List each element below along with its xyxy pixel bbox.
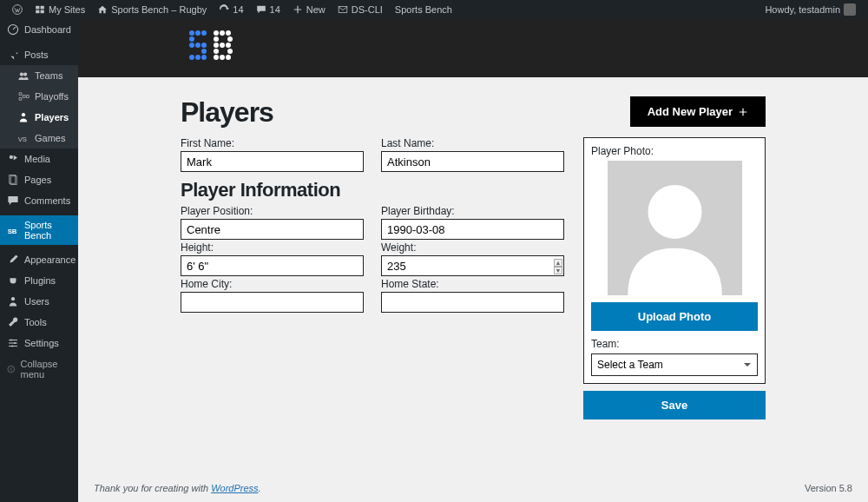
- svg-point-42: [220, 55, 225, 60]
- submenu-games[interactable]: VSGames: [0, 128, 78, 149]
- menu-tools[interactable]: Tools: [0, 312, 78, 333]
- section-player-info: Player Information: [181, 179, 564, 201]
- weight-input[interactable]: [381, 255, 564, 276]
- collapse-icon: [7, 364, 16, 374]
- player-form: First Name: Last Name: Player Informatio…: [181, 137, 564, 314]
- user-avatar-icon: [844, 3, 856, 16]
- admin-sidebar: Dashboard Posts Teams Playoffs Players V…: [0, 19, 78, 502]
- svg-rect-4: [41, 10, 44, 14]
- howdy-user[interactable]: Howdy, testadmin: [760, 0, 861, 19]
- plug-icon: [7, 274, 19, 287]
- home-icon: [97, 4, 108, 15]
- svg-point-43: [226, 55, 231, 60]
- comments-icon: [7, 195, 19, 207]
- team-select[interactable]: Select a Team: [591, 353, 758, 376]
- plus-icon: [738, 107, 748, 117]
- posts-submenu: Teams Playoffs Players VSGames: [0, 65, 78, 149]
- svg-rect-5: [339, 6, 347, 12]
- admin-footer: Thank you for creating with WordPress. V…: [94, 483, 852, 493]
- page-title: Players: [181, 96, 273, 129]
- my-sites[interactable]: My Sites: [30, 0, 90, 19]
- menu-users[interactable]: Users: [0, 291, 78, 312]
- content-area: Players Add New Player First Name: Last …: [78, 19, 868, 502]
- svg-point-24: [189, 43, 194, 48]
- svg-point-41: [214, 55, 219, 60]
- updates[interactable]: 14: [214, 0, 248, 19]
- svg-point-11: [10, 155, 13, 159]
- menu-plugins[interactable]: Plugins: [0, 270, 78, 291]
- first-name-input[interactable]: [181, 151, 364, 172]
- birthday-input[interactable]: [381, 219, 564, 240]
- bracket-icon: [17, 90, 30, 102]
- last-name-label: Last Name:: [381, 137, 564, 149]
- add-new-label: Add New Player: [648, 105, 733, 118]
- home-city-input[interactable]: [181, 292, 364, 313]
- menu-media[interactable]: Media: [0, 149, 78, 169]
- svg-point-35: [227, 36, 233, 42]
- svg-text:VS: VS: [18, 135, 27, 143]
- menu-settings[interactable]: Settings: [0, 333, 78, 353]
- site-name[interactable]: Sports Bench – Rugby: [92, 0, 212, 19]
- player-photo-label: Player Photo:: [591, 145, 758, 157]
- dashboard-icon: [7, 23, 19, 36]
- media-icon: [7, 153, 19, 165]
- footer-version: Version 5.8: [805, 483, 852, 493]
- position-input[interactable]: [181, 219, 364, 240]
- svg-point-40: [227, 49, 233, 54]
- new-content[interactable]: New: [287, 0, 331, 19]
- user-icon: [7, 295, 19, 307]
- sliders-icon: [7, 337, 19, 349]
- collapse-menu[interactable]: Collapse menu: [0, 353, 78, 385]
- submenu-players[interactable]: Players: [0, 107, 78, 128]
- svg-text:SB: SB: [8, 228, 17, 235]
- svg-point-34: [214, 36, 219, 42]
- last-name-input[interactable]: [381, 151, 564, 172]
- menu-appearance[interactable]: Appearance: [0, 249, 78, 270]
- svg-point-29: [195, 55, 201, 60]
- brand-bar: [78, 19, 868, 77]
- svg-point-18: [11, 345, 13, 347]
- menu-pages[interactable]: Pages: [0, 169, 78, 190]
- home-state-input[interactable]: [381, 292, 564, 313]
- comments-count[interactable]: 14: [251, 0, 286, 19]
- footer-thanks: Thank you for creating with WordPress.: [94, 483, 261, 493]
- comment-icon: [256, 4, 266, 15]
- teams-icon: [17, 69, 30, 82]
- upload-photo-button[interactable]: Upload Photo: [591, 302, 758, 331]
- svg-point-16: [10, 339, 12, 340]
- weight-spinner[interactable]: ▲▼: [554, 259, 562, 274]
- menu-dashboard[interactable]: Dashboard: [0, 19, 78, 40]
- svg-point-45: [648, 185, 701, 239]
- menu-comments[interactable]: Comments14: [0, 190, 78, 211]
- svg-point-36: [214, 43, 219, 48]
- height-input[interactable]: [181, 255, 364, 276]
- menu-posts[interactable]: Posts: [0, 44, 78, 65]
- ds-cli[interactable]: DS-CLI: [332, 0, 388, 19]
- refresh-icon: [219, 4, 229, 15]
- wp-logo[interactable]: [7, 0, 28, 19]
- sb-icon: SB: [7, 224, 19, 236]
- add-new-player-button[interactable]: Add New Player: [630, 96, 766, 127]
- wordpress-link[interactable]: WordPress: [211, 483, 258, 493]
- svg-point-17: [14, 342, 16, 344]
- svg-point-9: [22, 113, 25, 116]
- height-label: Height:: [181, 241, 364, 254]
- pin-icon: [7, 49, 19, 61]
- team-label: Team:: [591, 338, 758, 350]
- submenu-teams[interactable]: Teams: [0, 65, 78, 86]
- svg-point-25: [195, 43, 201, 48]
- sports-bench-logo: [187, 28, 242, 69]
- svg-point-19: [8, 366, 15, 373]
- pages-icon: [7, 174, 19, 186]
- player-photo-placeholder: [608, 161, 742, 295]
- svg-point-33: [226, 30, 231, 36]
- home-city-label: Home City:: [181, 278, 364, 290]
- position-label: Player Position:: [181, 205, 364, 217]
- submenu-playoffs[interactable]: Playoffs: [0, 86, 78, 107]
- plus-icon: [293, 4, 303, 15]
- save-button[interactable]: Save: [583, 391, 766, 419]
- menu-sports-bench[interactable]: SBSports Bench: [0, 215, 78, 245]
- home-state-label: Home State:: [381, 278, 564, 290]
- svg-point-26: [201, 43, 207, 48]
- adminbar-sports-bench[interactable]: Sports Bench: [390, 0, 457, 19]
